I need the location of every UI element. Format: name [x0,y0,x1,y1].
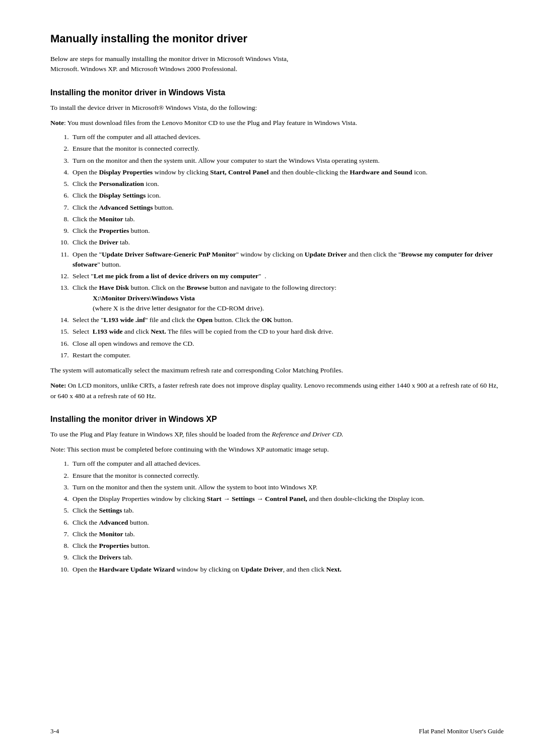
xp-step-8: Click the Properties button. [71,541,504,551]
intro-text: Below are steps for manually installing … [50,54,504,75]
xp-steps-list: Turn off the computer and all attached d… [71,459,504,575]
xp-step-5: Click the Settings tab. [71,506,504,516]
vista-steps-list: Turn off the computer and all attached d… [71,132,504,360]
vista-step-11: Open the "Update Driver Software-Generic… [71,249,504,270]
directory-note: (where X is the drive letter designator … [93,304,264,312]
vista-step-12: Select "Let me pick from a list of devic… [71,271,504,281]
vista-after-2: Note: On LCD monitors, unlike CRTs, a fa… [50,381,504,401]
vista-step-10: Click the Driver tab. [71,237,504,247]
xp-step-10: Open the Hardware Update Wizard window b… [71,564,504,575]
vista-step-5: Click the Personalization icon. [71,179,504,189]
section-title-vista: Installing the monitor driver in Windows… [50,87,504,99]
vista-step-15: Select L193 wide and click Next. The fil… [71,327,504,337]
xp-step-3: Turn on the monitor and then the system … [71,482,504,492]
xp-step-4: Open the Display Properties window by cl… [71,494,504,504]
directory-path: X:\Monitor Drivers\Windows Vista [93,294,195,302]
footer-page-number: 3-4 [50,726,59,736]
xp-note: Note: This section must be completed bef… [50,445,504,455]
xp-step-7: Click the Monitor tab. [71,529,504,539]
vista-note: Note: You must download files from the L… [50,118,504,128]
footer-guide-title: Flat Panel Monitor User's Guide [419,726,504,736]
vista-intro: To install the device driver in Microsof… [50,103,504,113]
xp-step-6: Click the Advanced button. [71,518,504,528]
vista-step-14: Select the "L193 wide .inf" file and cli… [71,315,504,325]
vista-step-13: Click the Have Disk button. Click on the… [71,283,504,313]
vista-after-1: The system will automatically select the… [50,365,504,375]
vista-step-7: Click the Advanced Settings button. [71,203,504,213]
vista-step-17: Restart the computer. [71,350,504,360]
vista-step-6: Click the Display Settings icon. [71,191,504,201]
vista-step-2: Ensure that the monitor is connected cor… [71,144,504,154]
xp-intro: To use the Plug and Play feature in Wind… [50,429,504,439]
vista-step-1: Turn off the computer and all attached d… [71,132,504,142]
vista-step-3: Turn on the monitor and then the system … [71,156,504,166]
xp-step-9: Click the Drivers tab. [71,552,504,562]
section-title-xp: Installing the monitor driver in Windows… [50,413,504,425]
footer: 3-4 Flat Panel Monitor User's Guide [50,726,504,736]
page-title: Manually installing the monitor driver [50,30,504,47]
xp-step-2: Ensure that the monitor is connected cor… [71,471,504,481]
vista-step-4: Open the Display Properties window by cl… [71,167,504,177]
xp-step-1: Turn off the computer and all attached d… [71,459,504,469]
vista-step-8: Click the Monitor tab. [71,214,504,224]
vista-step-16: Close all open windows and remove the CD… [71,339,504,349]
vista-step-9: Click the Properties button. [71,226,504,236]
